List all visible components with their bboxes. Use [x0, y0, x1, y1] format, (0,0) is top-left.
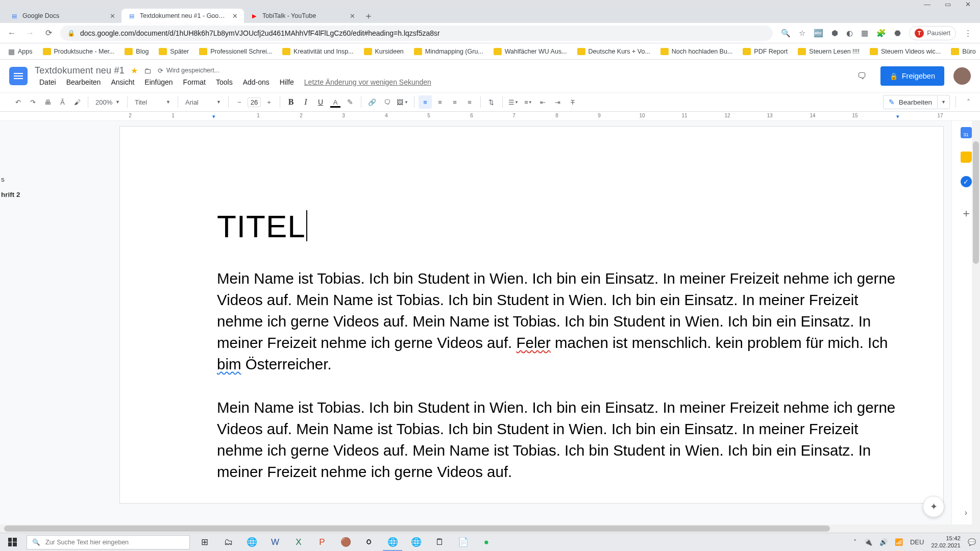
align-right-button[interactable]: ≡	[448, 95, 461, 109]
profile-chip[interactable]: T Pausiert	[909, 26, 956, 40]
document-page[interactable]: TITEL Mein Name ist Tobias. Ich bin Stud…	[119, 126, 944, 504]
powerpoint-icon[interactable]: P	[310, 533, 334, 551]
browser-tab[interactable]: ▶ TobiTalk - YouTube ✕	[244, 9, 361, 23]
tasks-icon[interactable]	[961, 176, 972, 187]
start-button[interactable]	[0, 533, 24, 551]
zoom-select[interactable]: 200%▼	[92, 95, 123, 109]
notepad-icon[interactable]: 📄	[451, 533, 475, 551]
horizontal-ruler[interactable]: 2 1 ▾ 1 2 3 4 5 6 7 8 9 10 11 12 13 14 1…	[0, 112, 980, 121]
bookmark-item[interactable]: Kursideen	[361, 48, 407, 55]
align-left-button[interactable]: ≡	[419, 95, 432, 109]
bookmark-star-icon[interactable]: ☆	[799, 29, 805, 38]
omnibox[interactable]: 🔒 docs.google.com/document/d/1hUH8k6h7Lb…	[60, 26, 773, 41]
menu-addons[interactable]: Add-ons	[238, 77, 274, 87]
spelling-error[interactable]: Feler	[517, 334, 551, 351]
move-folder-icon[interactable]: 🗀	[144, 66, 152, 75]
font-size-input[interactable]: 26	[248, 97, 261, 107]
document-paragraph[interactable]: Mein Name ist Tobias. Ich bin Student in…	[217, 268, 896, 374]
extension-icon[interactable]: ⬣	[894, 29, 901, 38]
excel-icon[interactable]: X	[287, 533, 310, 551]
document-title-text[interactable]: TITEL	[217, 208, 306, 244]
nav-back-button[interactable]: ←	[5, 27, 18, 40]
insert-comment-button[interactable]: 🗨	[380, 95, 394, 109]
bookmark-item[interactable]: Büro	[948, 48, 978, 55]
calendar-icon[interactable]	[961, 127, 972, 138]
taskbar-search[interactable]: 🔍 Zur Suche Text hier eingeben	[27, 535, 190, 549]
align-center-button[interactable]: ≡	[433, 95, 447, 109]
horizontal-scrollbar[interactable]	[0, 524, 972, 533]
kebab-menu-icon[interactable]: ⋮	[964, 29, 972, 38]
underline-button[interactable]: U	[314, 95, 327, 109]
zoom-icon[interactable]: 🔍	[781, 29, 791, 38]
redo-button[interactable]: ↷	[26, 95, 39, 109]
bookmark-item[interactable]: Später	[156, 48, 192, 55]
taskbar-clock[interactable]: 15:42 22.02.2021	[931, 535, 961, 548]
print-button[interactable]: 🖶	[41, 95, 54, 109]
line-spacing-button[interactable]: ⇅	[485, 95, 498, 109]
scrollbar-thumb[interactable]	[4, 525, 830, 532]
bookmark-apps[interactable]: ▦Apps	[5, 47, 36, 56]
volume-icon[interactable]: 🔊	[879, 538, 888, 546]
bookmark-item[interactable]: PDF Report	[740, 48, 791, 55]
bold-button[interactable]: B	[284, 95, 298, 109]
app-icon[interactable]: 🗒	[428, 533, 451, 551]
bookmark-item[interactable]: Steuern Videos wic...	[867, 48, 944, 55]
paragraph-style-select[interactable]: Titel▼	[132, 95, 174, 109]
browser-tab[interactable]: ▤ Google Docs ✕	[4, 9, 121, 23]
increase-indent-button[interactable]: ⇥	[551, 95, 565, 109]
italic-button[interactable]: I	[299, 95, 312, 109]
edge-icon[interactable]: 🌐	[404, 533, 428, 551]
spellcheck-button[interactable]: Ᾰ	[56, 95, 69, 109]
last-modified-link[interactable]: Letzte Änderung vor wenigen Sekunden	[300, 77, 436, 87]
bookmark-item[interactable]: Deutsche Kurs + Vo...	[574, 48, 653, 55]
share-button[interactable]: 🔒 Freigeben	[880, 66, 944, 86]
edge-legacy-icon[interactable]: 🌐	[240, 533, 263, 551]
tab-close-icon[interactable]: ✕	[232, 12, 238, 20]
undo-button[interactable]: ↶	[11, 95, 24, 109]
bookmark-item[interactable]: Mindmapping (Gru...	[411, 48, 486, 55]
browser-tab-active[interactable]: ▤ Textdokument neu #1 - Google D ✕	[121, 9, 244, 23]
font-family-select[interactable]: Arial▼	[182, 95, 224, 109]
menu-edit[interactable]: Bearbeiten	[62, 77, 106, 87]
editing-mode-button[interactable]: ✎ Bearbeiten	[883, 95, 938, 109]
window-maximize[interactable]: ▭	[945, 1, 951, 8]
bookmark-item[interactable]: Noch hochladen Bu...	[657, 48, 736, 55]
numbered-list-button[interactable]: ☰▼	[507, 95, 520, 109]
bookmark-item[interactable]: Kreativität und Insp...	[279, 48, 356, 55]
chrome-icon[interactable]: 🌐	[381, 533, 404, 551]
editing-mode-dropdown[interactable]: ▼	[938, 95, 950, 109]
file-explorer-icon[interactable]: 🗂	[216, 533, 240, 551]
collapse-toolbar-button[interactable]: ˄	[962, 98, 975, 106]
font-size-decrease[interactable]: −	[233, 95, 246, 109]
grammar-error[interactable]: bim	[217, 356, 241, 372]
menu-format[interactable]: Format	[179, 77, 210, 87]
bookmark-item[interactable]: Professionell Schrei...	[196, 48, 275, 55]
menu-view[interactable]: Ansicht	[106, 77, 139, 87]
outline-item[interactable]: s	[0, 172, 20, 187]
window-minimize[interactable]: —	[924, 1, 930, 8]
bookmark-item[interactable]: Blog	[121, 48, 152, 55]
word-icon[interactable]: W	[263, 533, 287, 551]
outline-item[interactable]: hrift 2	[0, 187, 20, 203]
window-close[interactable]: ✕	[965, 1, 971, 8]
menu-file[interactable]: Datei	[35, 77, 61, 87]
insert-link-button[interactable]: 🔗	[365, 95, 379, 109]
spotify-icon[interactable]: ●	[475, 533, 498, 551]
translate-icon[interactable]: 🔤	[814, 29, 823, 38]
text-color-button[interactable]: A	[329, 95, 342, 109]
app-icon[interactable]: 🟤	[334, 533, 357, 551]
bookmark-item[interactable]: Wahlfächer WU Aus...	[491, 48, 570, 55]
highlight-color-button[interactable]	[344, 95, 357, 109]
doc-title-input[interactable]: Textdokument neu #1	[35, 65, 125, 76]
task-view-icon[interactable]: ⊞	[193, 533, 216, 551]
paint-format-button[interactable]: 🖌	[70, 95, 84, 109]
tray-overflow-icon[interactable]: ˄	[853, 538, 857, 546]
extension-icon[interactable]: ◐	[846, 29, 853, 38]
vertical-scrollbar[interactable]	[972, 121, 980, 533]
font-size-increase[interactable]: +	[262, 95, 276, 109]
menu-help[interactable]: Hilfe	[275, 77, 299, 87]
nav-forward-button[interactable]: →	[23, 27, 37, 40]
obs-icon[interactable]: ⭘	[357, 533, 381, 551]
nav-reload-button[interactable]: ⟳	[42, 27, 55, 40]
bulleted-list-button[interactable]: ≡▼	[522, 95, 535, 109]
